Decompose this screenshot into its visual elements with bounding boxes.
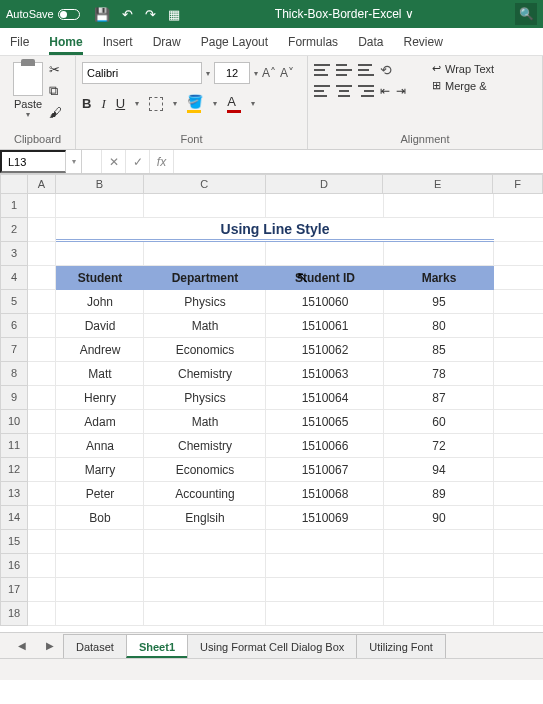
cells-area[interactable]: /* rows rendered below via template rows… bbox=[28, 194, 543, 626]
row-header[interactable]: 7 bbox=[0, 338, 28, 362]
row-header[interactable]: 6 bbox=[0, 314, 28, 338]
col-header-e[interactable]: E bbox=[383, 174, 493, 194]
orientation-icon[interactable]: ⟲ bbox=[380, 62, 392, 78]
chevron-down-icon[interactable]: ▾ bbox=[213, 99, 217, 108]
decrease-font-icon[interactable]: A˅ bbox=[280, 66, 294, 80]
row-header[interactable]: 13 bbox=[0, 482, 28, 506]
redo-icon[interactable]: ↷ bbox=[145, 7, 156, 22]
sheet-tab-utilizing-font[interactable]: Utilizing Font bbox=[356, 634, 446, 658]
sheet-tab-dataset[interactable]: Dataset bbox=[63, 634, 127, 658]
select-all-corner[interactable] bbox=[0, 174, 28, 194]
chevron-down-icon[interactable]: ▾ bbox=[254, 69, 258, 78]
sheet-nav-next[interactable]: ▶ bbox=[36, 634, 64, 658]
formula-input[interactable] bbox=[174, 150, 543, 173]
row-header[interactable]: 11 bbox=[0, 434, 28, 458]
chevron-down-icon[interactable]: ▾ bbox=[173, 99, 177, 108]
row-header[interactable]: 18 bbox=[0, 602, 28, 626]
table-row[interactable]: AndrewEconomics151006285 bbox=[56, 338, 494, 362]
font-name-input[interactable] bbox=[82, 62, 202, 84]
row-header[interactable]: 3 bbox=[0, 242, 28, 266]
row-header[interactable]: 10 bbox=[0, 410, 28, 434]
font-size-input[interactable] bbox=[214, 62, 250, 84]
file-name[interactable]: Thick-Box-Border-Excel ∨ bbox=[180, 7, 509, 21]
row-header[interactable]: 17 bbox=[0, 578, 28, 602]
table-row[interactable]: DavidMath151006180 bbox=[56, 314, 494, 338]
search-button[interactable]: 🔍 bbox=[515, 3, 537, 25]
align-right-icon[interactable] bbox=[358, 85, 374, 97]
chevron-down-icon[interactable]: ▾ bbox=[251, 99, 255, 108]
tab-page-layout[interactable]: Page Layout bbox=[201, 31, 268, 55]
autofilter-icon[interactable]: ▦ bbox=[168, 7, 180, 22]
row-header[interactable]: 16 bbox=[0, 554, 28, 578]
row-header[interactable]: 2 bbox=[0, 218, 28, 242]
row-header[interactable]: 1 bbox=[0, 194, 28, 218]
tab-insert[interactable]: Insert bbox=[103, 31, 133, 55]
fx-button[interactable]: fx bbox=[150, 150, 174, 173]
tab-file[interactable]: File bbox=[10, 31, 29, 55]
sheet-tab-format-dialog[interactable]: Using Format Cell Dialog Box bbox=[187, 634, 357, 658]
cut-icon[interactable]: ✂ bbox=[49, 62, 62, 77]
cancel-formula-button[interactable]: ✕ bbox=[102, 150, 126, 173]
table-row[interactable]: AdamMath151006560 bbox=[56, 410, 494, 434]
increase-indent-icon[interactable]: ⇥ bbox=[396, 84, 406, 98]
tab-data[interactable]: Data bbox=[358, 31, 383, 55]
table-row[interactable]: HenryPhysics151006487 bbox=[56, 386, 494, 410]
chevron-down-icon[interactable]: ▾ bbox=[135, 99, 139, 108]
font-color-icon[interactable]: A bbox=[227, 94, 241, 113]
align-center-icon[interactable] bbox=[336, 85, 352, 97]
table-row[interactable]: PeterAccounting151006889 bbox=[56, 482, 494, 506]
row-header[interactable]: 5 bbox=[0, 290, 28, 314]
align-bottom-icon[interactable] bbox=[358, 64, 374, 76]
copy-icon[interactable]: ⧉ bbox=[49, 83, 62, 99]
borders-icon[interactable] bbox=[149, 97, 163, 111]
spreadsheet-grid[interactable]: A B C D E F 1 2 3 4 5 6 7 8 9 10 11 12 1… bbox=[0, 174, 543, 632]
wrap-text-button[interactable]: ↩Wrap Text bbox=[432, 62, 494, 75]
format-painter-icon[interactable]: 🖌 bbox=[49, 105, 62, 120]
row-header[interactable]: 4 bbox=[0, 266, 28, 290]
merge-button[interactable]: ⊞Merge & bbox=[432, 79, 494, 92]
bold-button[interactable]: B bbox=[82, 96, 91, 111]
underline-button[interactable]: U bbox=[116, 96, 125, 111]
sheet-nav-prev[interactable]: ◀ bbox=[8, 634, 36, 658]
table-row[interactable]: BobEnglsih151006990 bbox=[56, 506, 494, 530]
search-icon: 🔍 bbox=[519, 7, 534, 21]
table-header-row[interactable]: Student Department Student ID Marks bbox=[56, 266, 494, 290]
row-header[interactable]: 12 bbox=[0, 458, 28, 482]
table-row[interactable]: AnnaChemistry151006672 bbox=[56, 434, 494, 458]
table-row[interactable]: JohnPhysics151006095 bbox=[56, 290, 494, 314]
decrease-indent-icon[interactable]: ⇤ bbox=[380, 84, 390, 98]
save-icon[interactable]: 💾 bbox=[94, 7, 110, 22]
col-header-c[interactable]: C bbox=[144, 174, 266, 194]
col-header-a[interactable]: A bbox=[28, 174, 56, 194]
fill-color-icon[interactable]: 🪣 bbox=[187, 94, 203, 113]
row-header[interactable]: 15 bbox=[0, 530, 28, 554]
increase-font-icon[interactable]: A˄ bbox=[262, 66, 276, 80]
align-top-icon[interactable] bbox=[314, 64, 330, 76]
col-header-d[interactable]: D bbox=[266, 174, 384, 194]
align-left-icon[interactable] bbox=[314, 85, 330, 97]
name-box-dropdown[interactable]: ▾ bbox=[66, 150, 82, 173]
chevron-down-icon[interactable]: ▾ bbox=[206, 69, 210, 78]
align-middle-icon[interactable] bbox=[336, 64, 352, 76]
row-header[interactable]: 14 bbox=[0, 506, 28, 530]
tab-formulas[interactable]: Formulas bbox=[288, 31, 338, 55]
tab-home[interactable]: Home bbox=[49, 31, 82, 55]
tab-review[interactable]: Review bbox=[403, 31, 442, 55]
col-header-b[interactable]: B bbox=[56, 174, 144, 194]
enter-formula-button[interactable]: ✓ bbox=[126, 150, 150, 173]
tab-draw[interactable]: Draw bbox=[153, 31, 181, 55]
row-header[interactable]: 8 bbox=[0, 362, 28, 386]
col-header-f[interactable]: F bbox=[493, 174, 543, 194]
cell-value: Math bbox=[144, 314, 266, 338]
sheet-tab-sheet1[interactable]: Sheet1 bbox=[126, 634, 188, 658]
name-box[interactable] bbox=[0, 150, 66, 173]
autosave-toggle[interactable]: AutoSave bbox=[6, 8, 80, 20]
row-header[interactable]: 9 bbox=[0, 386, 28, 410]
table-row[interactable]: MattChemistry151006378 bbox=[56, 362, 494, 386]
paste-button[interactable]: Paste ▾ bbox=[13, 62, 43, 119]
table-row[interactable]: MarryEconomics151006794 bbox=[56, 458, 494, 482]
autosave-label: AutoSave bbox=[6, 8, 54, 20]
sheet-title[interactable]: Using Line Style bbox=[56, 218, 494, 242]
italic-button[interactable]: I bbox=[101, 96, 105, 112]
undo-icon[interactable]: ↶ bbox=[122, 7, 133, 22]
